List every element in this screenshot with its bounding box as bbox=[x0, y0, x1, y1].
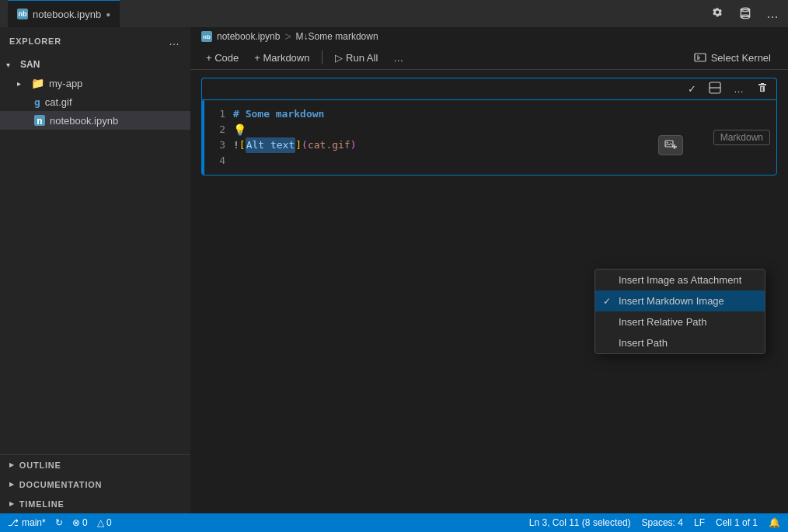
exclamation-bracket: ! bbox=[233, 137, 239, 153]
status-right: Ln 3, Col 11 (8 selected) Spaces: 4 LF C… bbox=[529, 517, 780, 528]
errors-item[interactable]: ⊗ 0 bbox=[72, 517, 88, 528]
kernel-icon bbox=[694, 51, 706, 64]
tab-filename: notebook.ipynb bbox=[33, 9, 101, 20]
chevron-right-icon: ▸ bbox=[17, 79, 28, 88]
errors-text: ⊗ 0 bbox=[72, 517, 88, 528]
add-markdown-label: + Markdown bbox=[254, 52, 309, 64]
gear-icon bbox=[710, 7, 724, 21]
title-bar-actions: … bbox=[709, 5, 780, 23]
sidebar-item-notebook[interactable]: n notebook.ipynb bbox=[0, 111, 190, 130]
sidebar-item-san[interactable]: ▾ SAN bbox=[0, 55, 190, 74]
image-insert-icon bbox=[664, 139, 677, 151]
add-code-button[interactable]: + Code bbox=[201, 50, 243, 66]
insert-image-button[interactable] bbox=[658, 135, 683, 155]
sidebar-header-actions: … bbox=[167, 33, 181, 49]
cell-split-button[interactable] bbox=[706, 80, 724, 98]
encoding-text: LF bbox=[694, 517, 705, 528]
code-lines: # Some markdown 💡 ! [ Alt te bbox=[233, 106, 776, 169]
cell-body[interactable]: 1 2 3 4 # Some markdown bbox=[201, 99, 777, 176]
cat-gif-text: cat.gif bbox=[308, 137, 350, 153]
close-paren: ) bbox=[350, 137, 357, 153]
line-1-number: 1 bbox=[202, 106, 225, 122]
sidebar: Explorer … ▾ SAN ▸ 📁 my-app g cat.gif bbox=[0, 27, 190, 513]
run-all-button[interactable]: ▷ Run All bbox=[330, 50, 382, 66]
toolbar-more-button[interactable]: … bbox=[389, 50, 408, 66]
split-icon bbox=[709, 82, 721, 94]
documentation-header[interactable]: ▸ DOCUMENTATION bbox=[0, 475, 190, 494]
select-kernel-label: Select Kernel bbox=[711, 52, 771, 64]
open-bracket: [ bbox=[239, 137, 246, 153]
outline-section: ▸ OUTLINE ▸ DOCUMENTATION ▸ TIMELINE bbox=[0, 454, 190, 513]
title-bar: nb notebook.ipynb ● … bbox=[0, 0, 788, 27]
breadcrumb-filename: notebook.ipynb bbox=[217, 31, 280, 42]
menu-label-insert-image: Insert Image as Attachment bbox=[619, 274, 741, 286]
heading-hash: # bbox=[233, 106, 246, 122]
timeline-label: TIMELINE bbox=[19, 499, 65, 509]
branch-item[interactable]: ⎇ main* bbox=[8, 517, 46, 528]
run-all-label: ▷ Run All bbox=[335, 52, 378, 64]
add-markdown-button[interactable]: + Markdown bbox=[249, 50, 314, 66]
folder-icon: 📁 bbox=[31, 77, 44, 89]
menu-item-insert-relative-path[interactable]: Insert Relative Path bbox=[595, 311, 765, 332]
gif-icon: g bbox=[34, 96, 40, 108]
outline-header[interactable]: ▸ OUTLINE bbox=[0, 455, 190, 475]
breadcrumb-separator: > bbox=[284, 30, 291, 43]
more-button[interactable]: … bbox=[765, 5, 780, 23]
cylinder-icon bbox=[738, 7, 752, 21]
notebook-icon: n bbox=[34, 115, 45, 126]
delete-icon bbox=[756, 82, 769, 94]
chevron-right-timeline: ▸ bbox=[9, 499, 15, 509]
menu-item-insert-markdown-image[interactable]: ✓ Insert Markdown Image bbox=[595, 290, 765, 311]
chevron-right-docs: ▸ bbox=[9, 479, 15, 489]
code-line-2: 💡 bbox=[233, 122, 776, 137]
branch-icon: ⎇ bbox=[8, 517, 19, 528]
sync-icon: ↻ bbox=[55, 517, 63, 528]
line-numbers: 1 2 3 4 bbox=[202, 106, 233, 169]
lightbulb-icon[interactable]: 💡 bbox=[233, 122, 246, 137]
cell-toolbar: ✓ … bbox=[201, 78, 777, 99]
san-label: SAN bbox=[20, 59, 40, 70]
menu-label-path: Insert Path bbox=[619, 337, 668, 349]
bell-icon[interactable]: 🔔 bbox=[769, 517, 780, 528]
cylinder-button[interactable] bbox=[737, 5, 754, 23]
tab-file-icon: nb bbox=[17, 9, 28, 19]
sidebar-item-cat-gif[interactable]: g cat.gif bbox=[0, 92, 190, 111]
sidebar-item-my-app[interactable]: ▸ 📁 my-app bbox=[0, 74, 190, 92]
line-4-number: 4 bbox=[202, 153, 225, 169]
timeline-header[interactable]: ▸ TIMELINE bbox=[0, 494, 190, 513]
notebook-label: notebook.ipynb bbox=[50, 115, 118, 127]
code-line-1: # Some markdown bbox=[233, 106, 776, 122]
position-text: Ln 3, Col 11 (8 selected) bbox=[529, 517, 631, 528]
tab-notebook[interactable]: nb notebook.ipynb ● bbox=[8, 0, 120, 27]
sidebar-title: Explorer bbox=[9, 37, 61, 46]
branch-name: main* bbox=[22, 517, 46, 528]
warnings-item[interactable]: △ 0 bbox=[97, 517, 112, 528]
spaces-text: Spaces: 4 bbox=[642, 517, 683, 528]
menu-item-insert-path[interactable]: Insert Path bbox=[595, 332, 765, 353]
sidebar-section: ▾ SAN ▸ 📁 my-app g cat.gif n notebook.ip… bbox=[0, 55, 190, 454]
line-3-number: 3 bbox=[202, 137, 225, 153]
warnings-text: △ 0 bbox=[97, 517, 112, 528]
cell-type-badge: Markdown bbox=[713, 130, 770, 145]
status-bar: ⎇ main* ↻ ⊗ 0 △ 0 Ln 3, Col 11 (8 select… bbox=[0, 513, 788, 532]
menu-item-insert-image-attachment[interactable]: Insert Image as Attachment bbox=[595, 269, 765, 290]
cell-delete-button[interactable] bbox=[753, 80, 772, 98]
sidebar-more-button[interactable]: … bbox=[167, 33, 181, 49]
chevron-right-outline: ▸ bbox=[9, 460, 15, 470]
chevron-down-icon: ▾ bbox=[6, 61, 17, 69]
line-2-number: 2 bbox=[202, 122, 225, 137]
toolbar-more-icon: … bbox=[393, 52, 403, 64]
main-layout: Explorer … ▾ SAN ▸ 📁 my-app g cat.gif bbox=[0, 27, 788, 513]
sync-item[interactable]: ↻ bbox=[55, 517, 63, 528]
gear-button[interactable] bbox=[709, 5, 726, 23]
cell-check-button[interactable]: ✓ bbox=[685, 82, 699, 96]
toolbar-separator bbox=[322, 50, 323, 64]
cell-more-button[interactable]: … bbox=[730, 82, 747, 96]
code-line-3: ! [ Alt text ] ( cat.gif ) bbox=[233, 137, 776, 153]
select-kernel-button[interactable]: Select Kernel bbox=[688, 49, 777, 66]
tab-modified-dot: ● bbox=[106, 10, 110, 19]
cell-container: ✓ … bbox=[201, 78, 777, 176]
cell-left-bar bbox=[202, 100, 204, 175]
more-icon: … bbox=[766, 7, 779, 21]
breadcrumb-section: M↓Some markdown bbox=[296, 31, 378, 42]
